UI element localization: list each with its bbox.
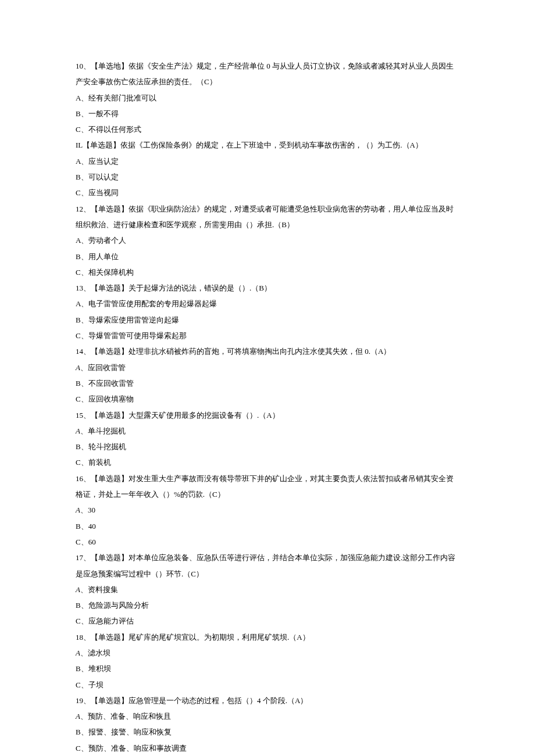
option-c: C、预防、准备、响应和事故调查 <box>76 740 459 756</box>
question-15: 15、【单选题】大型露天矿使用最多的挖掘设备有（）.（A） A、单斗挖掘机 B、… <box>76 407 459 471</box>
question-text: 14、【单选题】处理非抗水硝被炸药的盲炮，可将填塞物掏出向孔内注水使其失效，但 … <box>76 343 459 359</box>
option-c: C、导爆管雷管可使用导爆索起那 <box>76 328 459 343</box>
option-c: C、应回收填塞物 <box>76 391 459 407</box>
option-b: B、堆积坝 <box>76 661 459 676</box>
question-17: 17、【单选题】对本单位应急装备、应急队伍等进行评估，并结合本单位实际，加强应急… <box>76 550 459 629</box>
option-a: A、劳动者个人 <box>76 232 459 248</box>
option-b: B、用人单位 <box>76 249 459 264</box>
question-16: 16、【单选题】对发生重大生产事故而没有领导带班下井的矿山企业，对其主要负责人依… <box>76 471 459 550</box>
option-c: C、子坝 <box>76 677 459 693</box>
question-13: 13、【单选题】关于起爆方法的说法，错误的是（）.（B） A、电子雷管应使用配套… <box>76 280 459 343</box>
option-a-text: 、预防、准备、响应和恢且 <box>80 712 171 721</box>
option-c: C、应当视同 <box>76 185 459 200</box>
question-19: 19、【单选题】应急管理是一个动态的过程，包括（）4 个阶段.（A） A、预防、… <box>76 693 459 756</box>
question-12: 12、【单选题】依据《职业病防治法》的规定，对遭受或者可能遭受急性职业病危害的劳… <box>76 201 459 280</box>
question-text: 18、【单选题】尾矿库的尾矿坝宜以。为初期坝，利用尾矿筑坝.（A） <box>76 629 459 645</box>
option-a: A、30 <box>76 502 459 518</box>
option-b: B、一般不得 <box>76 106 459 121</box>
option-a-text: 、滤水坝 <box>80 648 110 657</box>
option-b: B、导爆索应使用雷管逆向起爆 <box>76 312 459 328</box>
option-a-text: 、应回收雷管 <box>80 363 126 372</box>
option-b: B、不应回收雷管 <box>76 375 459 391</box>
option-c: C、相关保障机构 <box>76 264 459 280</box>
option-a: A、应当认定 <box>76 153 459 169</box>
option-c: C、前装机 <box>76 454 459 470</box>
question-text: 13、【单选题】关于起爆方法的说法，错误的是（）.（B） <box>76 280 459 296</box>
option-a: A、滤水坝 <box>76 645 459 661</box>
question-text: 10、【单选地】依据《安全生产法》规定，生产经营单位 0 与从业人员订立协议，免… <box>76 58 459 90</box>
option-a: A、单斗挖掘机 <box>76 423 459 439</box>
option-a: A、应回收雷管 <box>76 360 459 375</box>
question-text: 15、【单选题】大型露天矿使用最多的挖掘设备有（）.（A） <box>76 407 459 423</box>
option-b: B、轮斗挖掘机 <box>76 439 459 454</box>
option-a: A、资料搜集 <box>76 582 459 597</box>
option-a: A、经有关部门批准可以 <box>76 90 459 106</box>
question-10: 10、【单选地】依据《安全生产法》规定，生产经营单位 0 与从业人员订立协议，免… <box>76 58 459 137</box>
option-a-text: 、单斗挖掘机 <box>80 427 126 435</box>
option-a-text: 、资料搜集 <box>80 585 118 594</box>
question-18: 18、【单选题】尾矿库的尾矿坝宜以。为初期坝，利用尾矿筑坝.（A） A、滤水坝 … <box>76 629 459 693</box>
option-c: C、应急能力评估 <box>76 613 459 629</box>
option-a: A、预防、准备、响应和恢且 <box>76 708 459 724</box>
option-a: A、电子雷管应使用配套的专用起爆器起爆 <box>76 296 459 311</box>
option-b: B、40 <box>76 518 459 534</box>
question-text: 12、【单选题】依据《职业病防治法》的规定，对遭受或者可能遭受急性职业病危害的劳… <box>76 201 459 233</box>
question-14: 14、【单选题】处理非抗水硝被炸药的盲炮，可将填塞物掏出向孔内注水使其失效，但 … <box>76 343 459 407</box>
question-text: 19、【单选题】应急管理是一个动态的过程，包括（）4 个阶段.（A） <box>76 693 459 708</box>
option-a-text: 、30 <box>80 506 95 514</box>
option-b: B、危险源与风险分析 <box>76 597 459 613</box>
option-b: B、可以认定 <box>76 169 459 185</box>
question-text: 16、【单选题】对发生重大生产事故而没有领导带班下井的矿山企业，对其主要负责人依… <box>76 471 459 503</box>
option-b: B、报警、接警、响应和恢复 <box>76 724 459 740</box>
question-text: IL【单选题】依据《工伤保险条例》的规定，在上下班途中，受到机动车事故伤害的，（… <box>76 137 459 153</box>
question-11: IL【单选题】依据《工伤保险条例》的规定，在上下班途中，受到机动车事故伤害的，（… <box>76 137 459 200</box>
question-text: 17、【单选题】对本单位应急装备、应急队伍等进行评估，并结合本单位实际，加强应急… <box>76 550 459 582</box>
option-c: C、不得以任何形式 <box>76 121 459 137</box>
option-c: C、60 <box>76 534 459 550</box>
